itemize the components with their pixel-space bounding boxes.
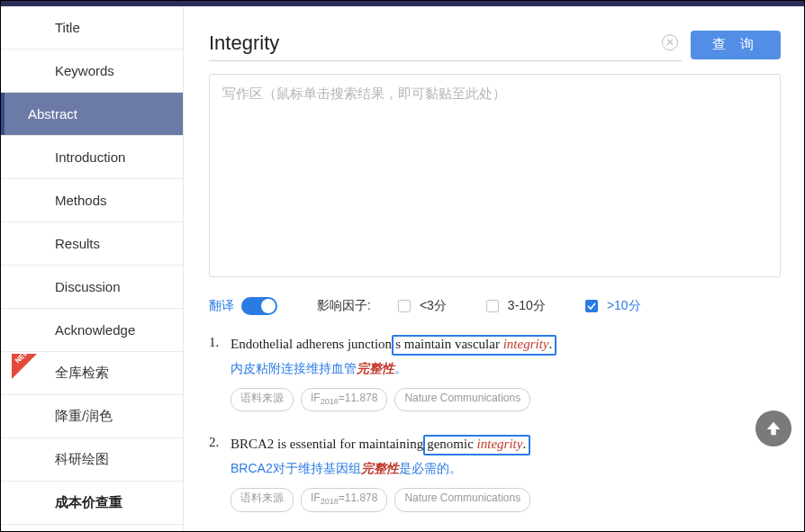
- impact-factor-label: 影响因子:: [317, 298, 371, 314]
- sidebar-item-keywords[interactable]: Keywords: [1, 50, 183, 93]
- sidebar-item-label: Acknowledge: [55, 322, 135, 338]
- if-filter-gt10[interactable]: >10分: [585, 298, 641, 314]
- result-number: 2.: [209, 435, 231, 511]
- sidebar-item-label: 科研绘图: [55, 451, 109, 468]
- arrow-up-icon: [764, 419, 783, 438]
- layout: Title Keywords Abstract Introduction Met…: [1, 6, 804, 531]
- sidebar-item-label: Title: [55, 20, 80, 35]
- keyword-highlight: integrity: [503, 337, 549, 351]
- sidebar-item-research-graphics[interactable]: 科研绘图: [1, 438, 183, 482]
- sidebar-item-abstract[interactable]: Abstract: [1, 93, 183, 136]
- sidebar-item-label: 全库检索: [55, 365, 109, 382]
- sidebar-item-results[interactable]: Results: [1, 222, 183, 266]
- highlight-box: s maintain vascular integrity.: [392, 335, 556, 356]
- keyword-highlight: 完整性: [361, 461, 399, 475]
- svg-text:NEW: NEW: [14, 354, 32, 365]
- sidebar-item-label: Results: [55, 236, 100, 251]
- sidebar-item-label: 降重/润色: [55, 408, 113, 425]
- svg-marker-0: [12, 354, 37, 379]
- result-english: BRCA2 is essential for maintaining genom…: [231, 435, 781, 455]
- sidebar-item-rewrite-polish[interactable]: 降重/润色: [1, 395, 183, 438]
- keyword-highlight: 完整性: [357, 361, 394, 375]
- highlight-box: genomic integrity.: [423, 435, 530, 455]
- main-panel: ✕ 查 询 翻译 影响因子: <3分 3-10分 >: [184, 6, 804, 531]
- clear-search-button[interactable]: ✕: [662, 34, 678, 50]
- sidebar-item-full-library-search[interactable]: NEW 全库检索: [1, 352, 183, 395]
- if-filter-label: <3分: [420, 298, 447, 314]
- new-badge-icon: NEW: [12, 354, 44, 386]
- sidebar-item-acknowledge[interactable]: Acknowledge: [1, 309, 183, 352]
- if-filter-3to10[interactable]: 3-10分: [486, 298, 546, 314]
- pill-if[interactable]: IF2018=11.878: [301, 488, 387, 511]
- translate-toggle[interactable]: [241, 297, 277, 315]
- result-number: 1.: [209, 335, 231, 411]
- result-pills: 语料来源 IF2018=11.878 Nature Communications: [231, 488, 781, 511]
- checkbox-icon: [486, 300, 499, 312]
- sidebar-item-title[interactable]: Title: [1, 6, 183, 50]
- result-body: Endothelial adherens junctions maintain …: [231, 335, 781, 411]
- filter-row: 翻译 影响因子: <3分 3-10分 >10分: [209, 297, 781, 315]
- sidebar-item-label: Keywords: [55, 63, 114, 78]
- translate-label: 翻译: [209, 298, 234, 314]
- result-chinese: 内皮粘附连接维持血管完整性。: [231, 361, 781, 377]
- close-icon: ✕: [665, 36, 674, 49]
- scroll-to-top-button[interactable]: [755, 410, 791, 446]
- result-item[interactable]: 1. Endothelial adherens junctions mainta…: [209, 335, 781, 411]
- search-input-wrap: ✕: [209, 28, 682, 61]
- sidebar-item-label: 成本价查重: [55, 494, 122, 511]
- result-english: Endothelial adherens junctions maintain …: [231, 335, 781, 356]
- query-button[interactable]: 查 询: [691, 31, 781, 59]
- sidebar-item-introduction[interactable]: Introduction: [1, 136, 183, 179]
- sidebar: Title Keywords Abstract Introduction Met…: [1, 6, 184, 531]
- sidebar-item-discussion[interactable]: Discussion: [1, 266, 183, 309]
- checkbox-icon: [398, 300, 411, 312]
- result-body: BRCA2 is essential for maintaining genom…: [231, 435, 781, 511]
- pill-source[interactable]: 语料来源: [231, 388, 294, 411]
- pill-journal[interactable]: Nature Communications: [394, 488, 530, 511]
- if-filter-label: 3-10分: [508, 298, 546, 314]
- result-item[interactable]: 2. BRCA2 is essential for maintaining ge…: [209, 435, 781, 511]
- sidebar-item-label: Methods: [55, 193, 107, 208]
- sidebar-item-label: Discussion: [55, 279, 121, 294]
- sidebar-item-methods[interactable]: Methods: [1, 179, 183, 222]
- app-frame: Title Keywords Abstract Introduction Met…: [0, 0, 805, 532]
- if-filter-label: >10分: [607, 298, 641, 314]
- search-input[interactable]: [209, 32, 651, 55]
- writing-textarea[interactable]: [209, 74, 781, 277]
- result-chinese: BRCA2对于维持基因组完整性是必需的。: [231, 461, 781, 477]
- results-list: 1. Endothelial adherens junctions mainta…: [209, 335, 781, 512]
- result-pills: 语料来源 IF2018=11.878 Nature Communications: [231, 388, 781, 411]
- sidebar-item-label: Abstract: [28, 106, 77, 122]
- if-filter-lt3[interactable]: <3分: [398, 298, 447, 314]
- search-row: ✕ 查 询: [209, 28, 781, 61]
- checkbox-icon: [585, 300, 598, 312]
- pill-if[interactable]: IF2018=11.878: [301, 388, 387, 411]
- keyword-highlight: integrity: [477, 437, 523, 451]
- pill-source[interactable]: 语料来源: [231, 488, 294, 511]
- sidebar-item-label: Introduction: [55, 149, 125, 165]
- pill-journal[interactable]: Nature Communications: [394, 388, 530, 411]
- sidebar-item-cost-plagiarism-check[interactable]: 成本价查重: [1, 482, 183, 525]
